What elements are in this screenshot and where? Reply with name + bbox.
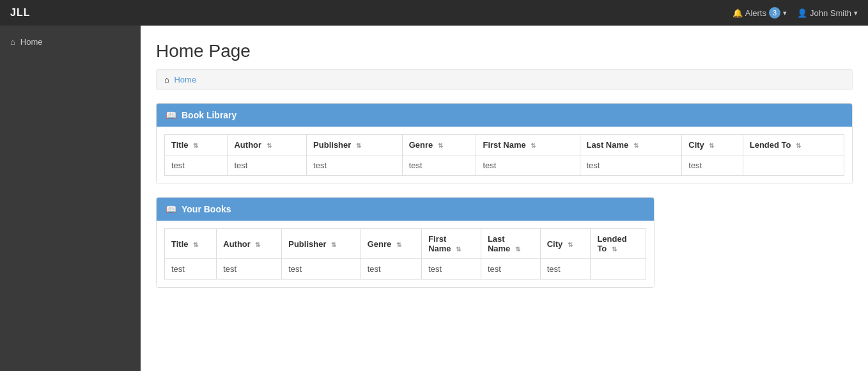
col-publisher[interactable]: Publisher ⇅ (307, 135, 403, 155)
yb-col-lended-to[interactable]: LendedTo ⇅ (591, 229, 646, 259)
sort-icon-firstname: ⇅ (531, 142, 536, 149)
page-title: Home Page (156, 41, 853, 61)
your-books-table: Title ⇅ Author ⇅ Publisher ⇅ Genre ⇅ Fir… (164, 228, 646, 280)
user-dropdown[interactable]: 👤 John Smith (797, 8, 858, 18)
home-icon: ⌂ (10, 37, 15, 47)
col-city[interactable]: City ⇅ (682, 135, 743, 155)
sort-icon-publisher: ⇅ (356, 142, 361, 149)
alerts-badge: 3 (769, 7, 780, 19)
col-lended-to[interactable]: Lended To ⇅ (743, 135, 844, 155)
table-row: testtesttesttesttesttesttest (165, 155, 844, 176)
yb-sort-icon-lendedto: ⇅ (612, 246, 617, 253)
yb-sort-icon-author: ⇅ (255, 241, 260, 248)
yb-sort-icon-publisher: ⇅ (331, 241, 336, 248)
yb-cell-lended_to (591, 259, 646, 280)
table-row: testtesttesttesttesttesttest (165, 259, 646, 280)
bell-icon: 🔔 (732, 8, 743, 18)
yb-col-first-name[interactable]: FirstName ⇅ (422, 229, 481, 259)
layout: ⌂ Home Home Page ⌂ Home 📖 Book Library T… (0, 26, 868, 371)
your-books-title: Your Books (182, 204, 231, 214)
sort-icon-genre: ⇅ (438, 142, 443, 149)
yb-cell-title: test (165, 259, 217, 280)
sort-icon-author: ⇅ (267, 142, 272, 149)
sidebar: ⌂ Home (0, 26, 141, 371)
yb-cell-last_name: test (481, 259, 540, 280)
brand-logo: JLL (10, 7, 30, 19)
sort-icon-lendedto: ⇅ (796, 142, 801, 149)
cell-last_name: test (580, 155, 682, 176)
user-name: John Smith (810, 8, 851, 18)
navbar-right: 🔔 Alerts 3 👤 John Smith (732, 7, 858, 19)
book-library-thead: Title ⇅ Author ⇅ Publisher ⇅ Genre ⇅ Fir… (165, 135, 844, 155)
alerts-label: Alerts (745, 8, 766, 18)
cell-genre: test (402, 155, 476, 176)
book-library-body: Title ⇅ Author ⇅ Publisher ⇅ Genre ⇅ Fir… (157, 127, 852, 184)
yb-cell-first_name: test (422, 259, 481, 280)
user-icon: 👤 (797, 8, 807, 18)
book-library-tbody: testtesttesttesttesttesttest (165, 155, 844, 176)
yb-cell-genre: test (360, 259, 422, 280)
yb-cell-author: test (217, 259, 282, 280)
cell-publisher: test (307, 155, 403, 176)
your-books-heading: 📖 Your Books (157, 198, 654, 221)
your-books-body: Title ⇅ Author ⇅ Publisher ⇅ Genre ⇅ Fir… (157, 221, 654, 287)
yb-sort-icon-city: ⇅ (568, 241, 573, 248)
yb-col-title[interactable]: Title ⇅ (165, 229, 217, 259)
book-library-panel: 📖 Book Library Title ⇅ Author ⇅ Publishe… (156, 103, 853, 184)
your-books-tbody: testtesttesttesttesttesttest (165, 259, 646, 280)
yb-sort-icon-lastname: ⇅ (515, 246, 520, 253)
your-books-header-row: Title ⇅ Author ⇅ Publisher ⇅ Genre ⇅ Fir… (165, 229, 646, 259)
sidebar-home-label: Home (20, 37, 43, 47)
your-books-panel: 📖 Your Books Title ⇅ Author ⇅ Publisher … (156, 197, 655, 288)
col-first-name[interactable]: First Name ⇅ (476, 135, 580, 155)
col-author[interactable]: Author ⇅ (228, 135, 307, 155)
your-books-thead: Title ⇅ Author ⇅ Publisher ⇅ Genre ⇅ Fir… (165, 229, 646, 259)
book-library-icon: 📖 (166, 110, 176, 120)
book-library-title: Book Library (182, 110, 236, 120)
sort-icon-title: ⇅ (193, 142, 198, 149)
breadcrumb-home-link[interactable]: Home (174, 75, 196, 84)
your-books-icon: 📖 (166, 204, 176, 214)
main-content: Home Page ⌂ Home 📖 Book Library Title ⇅ … (141, 26, 868, 371)
yb-sort-icon-title: ⇅ (193, 241, 198, 248)
yb-col-genre[interactable]: Genre ⇅ (360, 229, 422, 259)
cell-city: test (682, 155, 743, 176)
cell-author: test (228, 155, 307, 176)
book-library-heading: 📖 Book Library (157, 104, 852, 127)
yb-col-publisher[interactable]: Publisher ⇅ (282, 229, 360, 259)
book-library-table: Title ⇅ Author ⇅ Publisher ⇅ Genre ⇅ Fir… (164, 134, 844, 176)
yb-col-author[interactable]: Author ⇅ (217, 229, 282, 259)
yb-cell-city: test (540, 259, 591, 280)
col-last-name[interactable]: Last Name ⇅ (580, 135, 682, 155)
cell-first_name: test (476, 155, 580, 176)
yb-sort-icon-firstname: ⇅ (456, 246, 461, 253)
navbar: JLL 🔔 Alerts 3 👤 John Smith (0, 0, 868, 26)
cell-lended_to (743, 155, 844, 176)
book-library-header-row: Title ⇅ Author ⇅ Publisher ⇅ Genre ⇅ Fir… (165, 135, 844, 155)
col-title[interactable]: Title ⇅ (165, 135, 228, 155)
alerts-dropdown[interactable]: 🔔 Alerts 3 (732, 7, 787, 19)
breadcrumb: ⌂ Home (156, 69, 853, 90)
yb-sort-icon-genre: ⇅ (396, 241, 401, 248)
yb-cell-publisher: test (282, 259, 360, 280)
yb-col-last-name[interactable]: LastName ⇅ (481, 229, 540, 259)
yb-col-city[interactable]: City ⇅ (540, 229, 591, 259)
sort-icon-lastname: ⇅ (633, 142, 639, 149)
cell-title: test (165, 155, 228, 176)
col-genre[interactable]: Genre ⇅ (402, 135, 476, 155)
sidebar-item-home[interactable]: ⌂ Home (0, 31, 141, 53)
sort-icon-city: ⇅ (709, 142, 714, 149)
breadcrumb-home-icon: ⌂ (164, 75, 169, 84)
